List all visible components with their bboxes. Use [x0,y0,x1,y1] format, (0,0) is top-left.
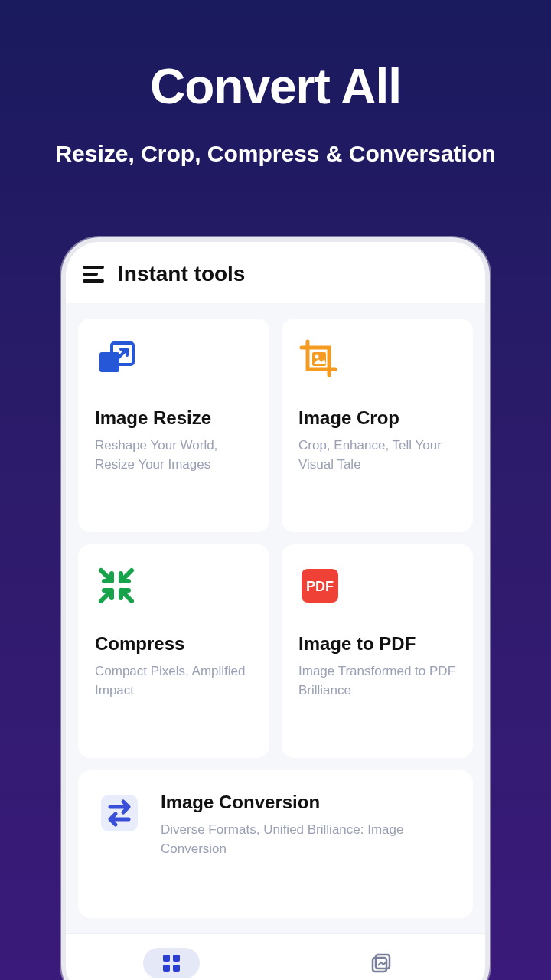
tool-desc: Crop, Enhance, Tell Your Visual Tale [298,436,456,474]
library-icon [370,952,392,974]
convert-icon [98,792,141,835]
app-bar: Instant tools [66,242,485,303]
crop-icon [298,338,341,381]
tool-image-crop[interactable]: Image Crop Crop, Enhance, Tell Your Visu… [282,318,473,532]
pdf-icon: PDF [298,564,341,607]
phone-frame: Instant tools Image Resize Reshape Your … [61,237,490,980]
tool-compress[interactable]: Compress Compact Pixels, Amplified Impac… [78,544,269,758]
tool-title: Compress [95,633,253,655]
tool-image-to-pdf[interactable]: PDF Image to PDF Image Transformed to PD… [282,544,473,758]
svg-rect-12 [376,955,390,969]
tool-image-resize[interactable]: Image Resize Reshape Your World, Resize … [78,318,269,532]
tool-desc: Reshape Your World, Resize Your Images [95,436,253,474]
app-screen: Instant tools Image Resize Reshape Your … [66,242,485,980]
tool-desc: Image Transformed to PDF Brilliance [298,662,456,700]
tool-title: Image Conversion [161,792,453,813]
resize-icon [95,338,138,381]
svg-rect-10 [173,965,180,972]
svg-rect-0 [99,352,119,372]
appbar-title: Instant tools [118,262,245,286]
compress-icon [95,564,138,607]
svg-rect-8 [173,955,180,962]
tool-title: Image Resize [95,407,253,429]
hero-banner: Convert All Resize, Crop, Compress & Con… [0,0,551,167]
nav-dashboard[interactable]: Dashboard [137,948,205,980]
tool-image-conversion[interactable]: Image Conversion Diverse Formats, Unifie… [78,770,473,918]
svg-rect-6 [101,795,138,831]
tool-title: Image to PDF [298,633,456,655]
menu-icon[interactable] [83,266,104,283]
svg-point-3 [315,355,319,359]
tool-desc: Compact Pixels, Amplified Impact [95,662,253,700]
dashboard-icon [161,953,181,973]
tools-grid: Image Resize Reshape Your World, Resize … [66,303,485,933]
hero-title: Convert All [0,58,551,115]
tool-desc: Diverse Formats, Unified Brilliance: Ima… [161,821,453,858]
svg-rect-9 [163,965,170,972]
bottom-nav: Dashboard My Library [66,933,485,980]
nav-my-library[interactable]: My Library [348,948,414,980]
svg-text:PDF: PDF [306,579,334,594]
tool-title: Image Crop [298,407,456,429]
svg-rect-7 [163,955,170,962]
hero-subtitle: Resize, Crop, Compress & Conversation [0,141,551,167]
